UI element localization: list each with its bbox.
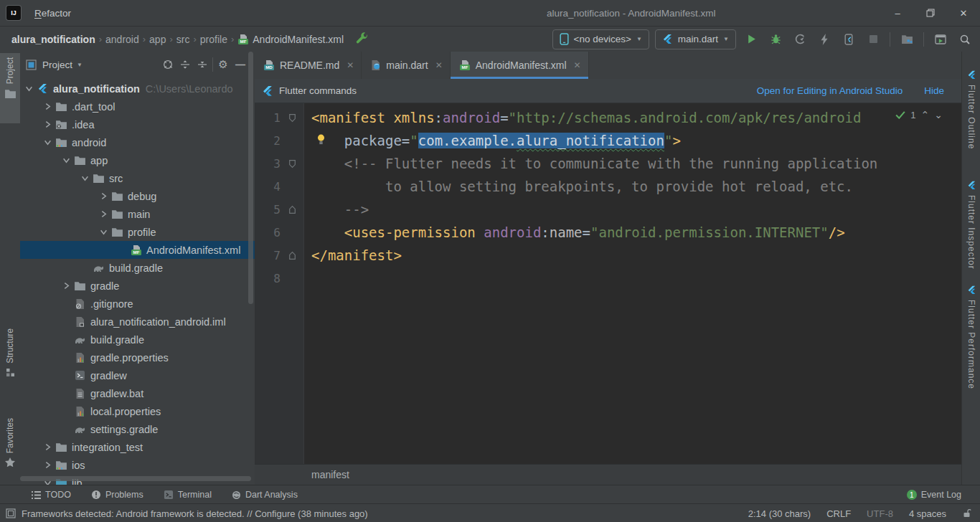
close-tab-icon[interactable]: ✕ bbox=[347, 60, 354, 70]
prev-issue-icon[interactable]: ⌃ bbox=[921, 109, 930, 120]
close-tab-icon[interactable]: ✕ bbox=[435, 60, 443, 70]
minus-icon[interactable]: — bbox=[232, 56, 249, 73]
tree-row-build.gradle[interactable]: build.gradle bbox=[20, 259, 255, 277]
code-line-6[interactable]: 6 <uses-permission android:name="android… bbox=[255, 221, 961, 244]
stripe-tab-flutter-inspector[interactable]: Flutter Inspector bbox=[962, 181, 980, 270]
tree-row-build.gradle[interactable]: build.gradle bbox=[20, 331, 255, 348]
maximize-button[interactable] bbox=[914, 0, 947, 26]
chevron-down-icon[interactable] bbox=[98, 226, 110, 238]
banner-link-open-for-editing-in-android-studio[interactable]: Open for Editing in Android Studio bbox=[757, 85, 903, 96]
fold-marker-icon[interactable] bbox=[281, 205, 303, 214]
tree-row-gradlew.bat[interactable]: gradlew.bat bbox=[20, 384, 255, 402]
minimize-button[interactable]: – bbox=[881, 0, 914, 26]
tree-row-.gitignore[interactable]: .gitignore bbox=[20, 295, 255, 313]
chevron-right-icon[interactable] bbox=[98, 208, 110, 220]
stop-button[interactable] bbox=[864, 30, 882, 49]
fold-marker-icon[interactable] bbox=[281, 113, 303, 123]
collapse-all-icon[interactable] bbox=[194, 56, 211, 73]
tool-window-button-terminal[interactable]: Terminal bbox=[164, 490, 212, 500]
code-editor[interactable]: 1<manifest xmlns:android="http://schemas… bbox=[255, 103, 961, 464]
breadcrumb-item-src[interactable]: src bbox=[176, 34, 190, 45]
stripe-tab-structure[interactable]: Structure bbox=[0, 324, 20, 412]
profile-button[interactable] bbox=[791, 30, 809, 49]
code-line-7[interactable]: 7</manifest> bbox=[255, 244, 961, 267]
tree-horizontal-scrollbar[interactable] bbox=[20, 476, 251, 481]
chevron-right-icon[interactable] bbox=[98, 190, 110, 202]
tree-row-src[interactable]: src bbox=[20, 169, 255, 187]
chevron-down-icon[interactable]: ▼ bbox=[77, 62, 83, 68]
tree-row-android[interactable]: android bbox=[20, 133, 255, 151]
tree-row-ios[interactable]: ios bbox=[20, 456, 255, 474]
chevron-right-icon[interactable] bbox=[60, 280, 72, 292]
project-panel-title[interactable]: Project bbox=[42, 60, 72, 70]
tree-row-debug[interactable]: debug bbox=[20, 187, 255, 205]
locate-icon[interactable] bbox=[159, 56, 176, 73]
inspection-widget[interactable]: 1 ⌃ ⌄ bbox=[895, 109, 943, 120]
fold-marker-icon[interactable] bbox=[281, 251, 303, 260]
flutter-hot-reload-wrench-icon[interactable] bbox=[355, 32, 369, 46]
chevron-right-icon[interactable] bbox=[42, 118, 54, 130]
file-encoding[interactable]: UTF-8 bbox=[867, 508, 893, 519]
hot-reload-button[interactable] bbox=[815, 30, 834, 49]
tree-row-app[interactable]: app bbox=[20, 151, 255, 169]
chevron-right-icon[interactable] bbox=[42, 441, 54, 453]
code-line-2[interactable]: 2 package="com.example.alura_notificatio… bbox=[255, 129, 961, 152]
tree-row-gradle.properties[interactable]: gradle.properties bbox=[20, 348, 255, 366]
run-anything-button[interactable] bbox=[931, 30, 950, 49]
tree-row-settings.gradle[interactable]: settings.gradle bbox=[20, 420, 255, 438]
code-line-5[interactable]: 5 --> bbox=[255, 198, 961, 221]
tree-row-.idea[interactable]: .idea bbox=[20, 115, 255, 133]
banner-link-hide[interactable]: Hide bbox=[924, 85, 944, 96]
tree-vertical-scrollbar[interactable] bbox=[248, 52, 253, 304]
tool-window-button-problems[interactable]: Problems bbox=[91, 490, 143, 500]
expand-all-icon[interactable] bbox=[176, 56, 194, 73]
code-line-1[interactable]: 1<manifest xmlns:android="http://schemas… bbox=[255, 106, 961, 129]
breadcrumb-item-profile[interactable]: profile bbox=[200, 34, 227, 45]
stripe-tab-flutter-outline[interactable]: Flutter Outline bbox=[962, 70, 980, 149]
tree-row-main[interactable]: main bbox=[20, 205, 255, 223]
tool-window-button-dart-analysis[interactable]: Dart Analysis bbox=[232, 490, 298, 500]
breadcrumb-item-alura_notification[interactable]: alura_notification bbox=[11, 34, 95, 45]
code-line-3[interactable]: 3 <!-- Flutter needs it to communicate w… bbox=[255, 152, 961, 175]
event-log-button[interactable]: 1 Event Log bbox=[907, 485, 961, 504]
tree-row-alura_notification_android.iml[interactable]: alura_notification_android.iml bbox=[20, 313, 255, 331]
tree-row-AndroidManifest.xml[interactable]: MFAndroidManifest.xml bbox=[20, 241, 255, 259]
tree-row-local.properties[interactable]: local.properties bbox=[20, 402, 255, 420]
chevron-down-icon[interactable] bbox=[23, 82, 35, 95]
intention-bulb-icon[interactable] bbox=[316, 133, 326, 148]
device-selector[interactable]: <no devices>▼ bbox=[552, 29, 649, 49]
stripe-tab-favorites[interactable]: Favorites bbox=[0, 414, 20, 493]
tree-row-alura_notification[interactable]: alura_notificationC:\Users\Leonardo bbox=[20, 80, 255, 98]
breadcrumb-item-AndroidManifest.xml[interactable]: MFAndroidManifest.xml bbox=[237, 34, 344, 45]
next-issue-icon[interactable]: ⌄ bbox=[934, 109, 943, 120]
code-line-8[interactable]: 8 bbox=[255, 267, 961, 290]
breadcrumb-manifest[interactable]: manifest bbox=[311, 469, 349, 480]
stripe-tab-project[interactable]: Project bbox=[0, 53, 20, 123]
indent-setting[interactable]: 4 spaces bbox=[909, 508, 946, 519]
run-target-selector[interactable]: main.dart▼ bbox=[655, 29, 736, 49]
status-message[interactable]: Frameworks detected: Android framework i… bbox=[22, 508, 368, 519]
tree-row-gradle[interactable]: gradle bbox=[20, 277, 255, 295]
caret-position[interactable]: 2:14 (30 chars) bbox=[748, 508, 811, 519]
breadcrumb-item-android[interactable]: android bbox=[105, 34, 139, 45]
tool-windows-toggle-icon[interactable] bbox=[6, 508, 16, 518]
debug-button[interactable] bbox=[766, 30, 785, 49]
line-ending[interactable]: CRLF bbox=[826, 508, 851, 519]
lock-icon[interactable] bbox=[962, 508, 971, 518]
editor-tab-README.md[interactable]: MDREADME.md✕ bbox=[255, 52, 362, 79]
close-tab-icon[interactable]: ✕ bbox=[574, 60, 581, 70]
device-file-explorer-button[interactable] bbox=[897, 30, 916, 49]
chevron-down-icon[interactable] bbox=[60, 154, 72, 166]
tree-row-integration_test[interactable]: integration_test bbox=[20, 438, 255, 456]
fold-marker-icon[interactable] bbox=[281, 159, 303, 169]
run-button[interactable] bbox=[742, 30, 760, 49]
gear-icon[interactable]: ⚙ bbox=[215, 56, 232, 73]
code-line-4[interactable]: 4 to allow setting breakpoints, to provi… bbox=[255, 175, 961, 198]
close-button[interactable]: ✕ bbox=[947, 0, 980, 26]
chevron-right-icon[interactable] bbox=[42, 100, 54, 113]
tool-window-button-todo[interactable]: TODO bbox=[32, 490, 71, 500]
stripe-tab-flutter-performance[interactable]: Flutter Performance bbox=[962, 285, 980, 389]
chevron-down-icon[interactable] bbox=[42, 136, 54, 148]
tree-row-gradlew[interactable]: gradlew bbox=[20, 366, 255, 384]
search-everywhere-button[interactable] bbox=[956, 30, 974, 49]
